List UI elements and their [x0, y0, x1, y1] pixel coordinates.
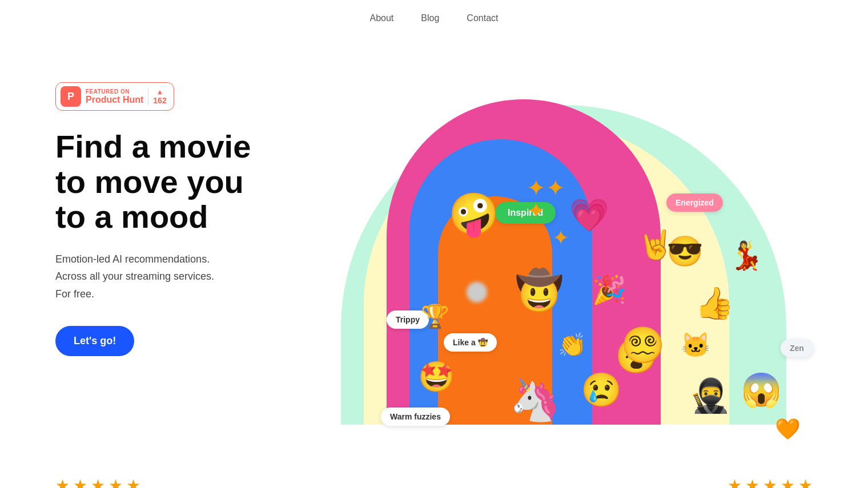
- emoji-sad: 😢: [581, 373, 622, 406]
- nav-about[interactable]: About: [370, 13, 394, 23]
- star-3: ★: [91, 476, 105, 488]
- hero-left: P FEATURED ON Product Hunt ▲ 162 Find a …: [55, 71, 318, 356]
- emoji-food: 🤩: [418, 362, 455, 392]
- emoji-trophy: 🏆: [421, 305, 449, 328]
- subheading-line3: For free.: [55, 288, 94, 300]
- subheading-line2: Across all your streaming services.: [55, 271, 214, 282]
- star-5: ★: [126, 476, 140, 488]
- emoji-stars: ✦✦✦: [527, 176, 565, 222]
- vote-count: 162: [153, 96, 166, 105]
- arch-container: Inspired Energized Trippy Like a 🤠 Warm …: [364, 82, 821, 425]
- emoji-party: 🎉: [592, 276, 626, 304]
- upvote-arrow: ▲: [156, 88, 163, 96]
- emoji-spiral: 😵‍💫: [621, 328, 665, 363]
- star-group-left: ★ ★ ★ ★ ★: [55, 476, 140, 488]
- mood-like-a[interactable]: Like a 🤠: [444, 333, 497, 352]
- nav-blog[interactable]: Blog: [421, 13, 439, 23]
- ph-icon: P: [61, 86, 81, 107]
- featured-on-label: FEATURED ON: [86, 88, 143, 95]
- nav-contact[interactable]: Contact: [467, 13, 498, 23]
- mood-warm-fuzzies[interactable]: Warm fuzzies: [381, 408, 450, 426]
- ph-divider: [148, 88, 148, 105]
- avatar-blur-1: [467, 282, 487, 303]
- navigation: About Blog Contact: [0, 0, 868, 37]
- emoji-dance: 💃: [729, 242, 763, 269]
- ph-votes: ▲ 162: [153, 88, 166, 105]
- product-hunt-badge[interactable]: P FEATURED ON Product Hunt ▲ 162: [55, 82, 174, 111]
- mood-zen[interactable]: Zen: [781, 339, 813, 357]
- hero-section: P FEATURED ON Product Hunt ▲ 162 Find a …: [0, 37, 868, 459]
- ph-text: FEATURED ON Product Hunt: [86, 88, 143, 105]
- emoji-heart2: 🧡: [775, 419, 801, 439]
- emoji-clap: 👏: [558, 333, 586, 356]
- hero-headline: Find a movie to move you to a mood: [55, 129, 318, 235]
- emoji-unicorn: 🦄: [509, 379, 561, 420]
- hero-subheading: Emotion-led AI recommendations. Across a…: [55, 251, 318, 303]
- headline-line2: to move you: [55, 164, 244, 200]
- cta-button[interactable]: Let's go!: [55, 326, 134, 356]
- emoji-scared: 😱: [741, 373, 782, 406]
- emoji-cowboy: 🤠: [515, 271, 564, 309]
- emoji-bear: 🐱: [681, 333, 710, 357]
- mood-energized[interactable]: Energized: [666, 193, 723, 212]
- emoji-ninja: 🥷: [689, 379, 730, 412]
- star-8: ★: [763, 476, 777, 488]
- product-hunt-label: Product Hunt: [86, 95, 143, 105]
- emoji-crazy: 🤪: [448, 193, 500, 235]
- hero-illustration: Inspired Energized Trippy Like a 🤠 Warm …: [318, 71, 813, 459]
- emoji-heart: 💗: [569, 199, 609, 231]
- headline-line1: Find a movie: [55, 128, 251, 164]
- star-7: ★: [745, 476, 760, 488]
- emoji-thumbsup: 👍: [695, 288, 734, 319]
- headline-line3: to a mood: [55, 199, 208, 235]
- star-10: ★: [798, 476, 813, 488]
- emoji-sparkle: ✦: [552, 228, 569, 248]
- subheading-line1: Emotion-led AI recommendations.: [55, 253, 210, 265]
- star-4: ★: [108, 476, 123, 488]
- footer-stars: ★ ★ ★ ★ ★ ★ ★ ★ ★ ★: [0, 476, 868, 488]
- star-1: ★: [55, 476, 70, 488]
- star-6: ★: [728, 476, 742, 488]
- star-group-right: ★ ★ ★ ★ ★: [728, 476, 813, 488]
- star-2: ★: [73, 476, 87, 488]
- star-9: ★: [781, 476, 795, 488]
- emoji-cool: 😎: [666, 236, 704, 266]
